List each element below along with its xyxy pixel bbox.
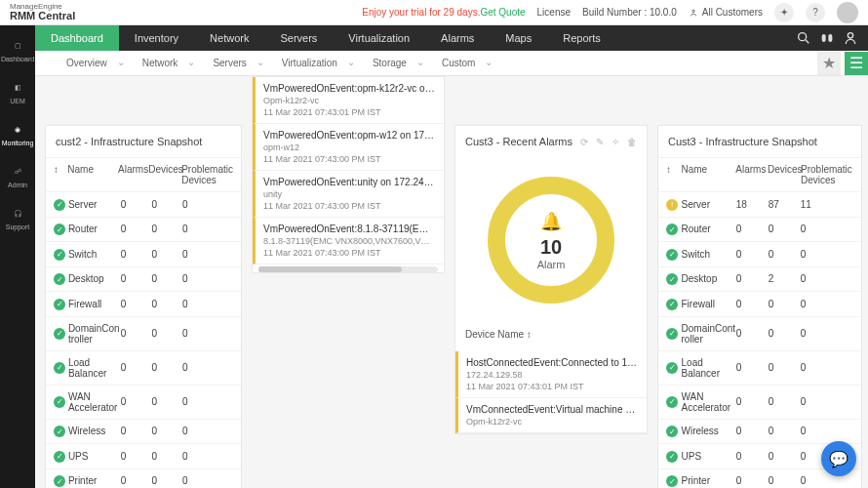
leftnav-support[interactable]: 🎧Support [0, 201, 35, 235]
event-row[interactable]: VmPoweredOnEvent:8.1.8-37119(EMC VNX8000… [253, 218, 444, 264]
leftnav-dashboard[interactable]: ▢Dashboard [0, 33, 35, 67]
mainnav-alarms[interactable]: Alarms [425, 25, 490, 51]
table-row[interactable]: ✓WAN Accelerator000 [46, 385, 241, 419]
table-row[interactable]: ✓DomainController000 [658, 316, 861, 350]
status-icon: ✓ [666, 273, 678, 285]
col-devices[interactable]: Devices [768, 164, 801, 185]
mainnav-inventory[interactable]: Inventory [119, 25, 194, 51]
svg-point-5 [848, 33, 852, 38]
device-name-col[interactable]: Device Name [465, 329, 524, 340]
subnav-storage[interactable]: Storage [365, 58, 434, 68]
col-devices[interactable]: Devices [148, 164, 181, 185]
table-row[interactable]: ✓Server000 [46, 191, 241, 217]
table-row[interactable]: ✓Load Balancer000 [46, 350, 241, 385]
refresh-icon[interactable]: ⟳ [580, 137, 588, 147]
events-widget: VmPoweredOnEvent:opm-k12r2-vc on 172.24.… [252, 76, 445, 273]
leftnav-monitoring[interactable]: ◉Monitoring [0, 117, 35, 151]
favorite-button[interactable]: ★ [817, 52, 841, 75]
col-name[interactable]: Name [67, 164, 118, 185]
col-alarms[interactable]: Alarms [735, 164, 768, 185]
col-problematic[interactable]: Problematic Devices [181, 164, 233, 185]
mainnav-virtualization[interactable]: Virtualization [333, 25, 425, 51]
status-icon: ✓ [666, 299, 678, 310]
event-row[interactable]: VmPoweredOnEvent:opm-w12 on 172.24.129.5… [253, 124, 444, 171]
col-name[interactable]: Name [681, 164, 735, 185]
col-alarms[interactable]: Alarms [118, 164, 148, 185]
topbar: ManageEngine RMM Central Enjoy your tria… [0, 0, 868, 25]
table-row[interactable]: ✓Desktop020 [658, 266, 861, 292]
sort-icon[interactable]: ↕ [54, 164, 67, 185]
svg-point-0 [692, 10, 695, 13]
all-customers[interactable]: All Customers [689, 7, 763, 18]
event-row[interactable]: HostConnectedEvent:Connected to 172.24.1… [455, 351, 647, 398]
table-row[interactable]: !Server188711 [658, 191, 861, 217]
monitoring-icon: ◉ [10, 122, 25, 138]
table-row[interactable]: ✓Wireless000 [46, 419, 241, 444]
table-row[interactable]: ✓UPS000 [46, 443, 241, 468]
status-icon: ✓ [54, 224, 65, 235]
horizontal-scrollbar[interactable] [258, 266, 438, 272]
subnav-servers[interactable]: Servers [205, 58, 273, 68]
status-icon: ✓ [54, 249, 65, 261]
status-icon: ✓ [666, 396, 678, 408]
table-row[interactable]: ✓Router000 [46, 217, 241, 242]
mainnav-network[interactable]: Network [194, 25, 264, 51]
mainnav-reports[interactable]: Reports [547, 25, 616, 51]
mainnav-dashboard[interactable]: Dashboard [35, 25, 119, 51]
leftnav-uem[interactable]: ◧UEM [0, 75, 35, 109]
table-row[interactable]: ✓Switch000 [658, 241, 861, 266]
alarm-count: 10 [540, 236, 562, 259]
user-icon[interactable] [843, 30, 858, 46]
mainnav-servers[interactable]: Servers [264, 25, 333, 51]
event-row[interactable]: VmPoweredOnEvent:unity on 172.24.129.58 … [253, 171, 444, 218]
chat-button[interactable]: 💬 [821, 441, 856, 476]
status-icon: ✓ [666, 224, 678, 235]
pin-icon[interactable]: ✧ [612, 137, 619, 147]
table-row[interactable]: ✓Router000 [658, 217, 861, 242]
avatar[interactable] [837, 2, 858, 23]
close-icon[interactable]: 🗑 [627, 137, 637, 147]
get-quote-link[interactable]: Get Quote [480, 7, 525, 18]
status-icon: ✓ [54, 299, 65, 310]
table-row[interactable]: ✓Desktop000 [46, 266, 241, 292]
alarm-ring[interactable]: 🔔 10 Alarm [488, 177, 614, 304]
search-icon[interactable] [796, 30, 811, 46]
event-row[interactable]: VmPoweredOnEvent:opm-k12r2-vc on 172.24.… [253, 77, 444, 124]
status-icon: ✓ [54, 199, 65, 211]
license-link[interactable]: License [537, 7, 571, 18]
leftnav-admin[interactable]: ☍Admin [0, 159, 35, 193]
add-widget-button[interactable]: ☰ [845, 52, 868, 75]
subnav-network[interactable]: Network [135, 58, 206, 68]
mainnav-maps[interactable]: Maps [490, 25, 547, 51]
status-icon: ✓ [666, 475, 678, 487]
sort-icon[interactable]: ↕ [527, 329, 532, 340]
table-row[interactable]: ✓Firewall000 [46, 291, 241, 316]
status-icon: ✓ [666, 328, 678, 340]
subnav-custom[interactable]: Custom [434, 58, 502, 68]
event-row[interactable]: VmConnectedEvent:Virtual machine opm-sus… [455, 398, 647, 433]
whatsnew-icon[interactable]: ✦ [774, 3, 794, 22]
cust3-alarms-widget: Cust3 - Recent Alarms ⟳ ✎ ✧ 🗑 🔔 10 Alarm… [454, 125, 648, 434]
table-row[interactable]: ✓Wireless000 [658, 419, 861, 444]
sort-icon[interactable]: ↕ [666, 164, 681, 185]
status-icon: ✓ [54, 451, 65, 463]
help-icon[interactable]: ? [806, 3, 825, 22]
table-row[interactable]: ✓DomainController000 [46, 316, 241, 350]
status-icon: ✓ [54, 475, 65, 487]
edit-icon[interactable]: ✎ [596, 137, 604, 147]
status-icon: ✓ [54, 426, 65, 437]
status-icon: ✓ [54, 362, 65, 374]
table-row[interactable]: ✓Printer000 [46, 468, 241, 489]
status-icon: ✓ [666, 249, 678, 261]
col-problematic[interactable]: Problematic Devices [801, 164, 853, 185]
table-row[interactable]: ✓Firewall000 [658, 291, 861, 316]
subnav-virtualization[interactable]: Virtualization [274, 58, 365, 68]
table-row[interactable]: ✓WAN Accelerator000 [658, 385, 861, 419]
svg-line-2 [806, 40, 809, 43]
subnav-overview[interactable]: Overview [59, 58, 135, 68]
table-row[interactable]: ✓Switch000 [46, 241, 241, 266]
status-icon: ✓ [54, 328, 65, 340]
table-row[interactable]: ✓Load Balancer000 [658, 350, 861, 385]
dashboard-icon: ▢ [10, 38, 25, 54]
toggle-icon[interactable] [819, 30, 835, 46]
